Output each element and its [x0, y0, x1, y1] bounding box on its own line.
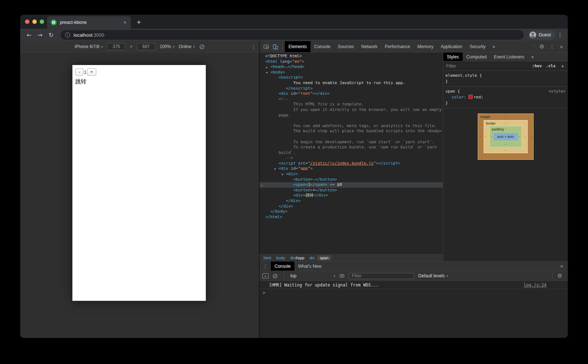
tree-row[interactable]: ▾<div> [259, 172, 443, 177]
node-options-icon[interactable]: … [261, 182, 263, 188]
collapse-icon[interactable]: ▾ [274, 166, 276, 172]
back-icon[interactable]: ← [24, 32, 34, 39]
tree-row[interactable] [259, 134, 443, 140]
address-bar[interactable]: i localhost:3000 [61, 30, 524, 40]
site-info-icon[interactable]: i [65, 32, 70, 37]
devtools-tab-memory[interactable]: Memory [414, 41, 437, 52]
device-toggle-icon[interactable] [271, 44, 280, 50]
tree-row[interactable]: </div> [259, 198, 443, 204]
drawer-close-icon[interactable]: × [558, 263, 566, 269]
devtools-tab-elements[interactable]: Elements [285, 41, 311, 52]
tree-row[interactable]: ▾<div id="app"> [259, 166, 443, 172]
span-style-rule[interactable]: span {<style> color:red; } [443, 87, 568, 108]
expand-icon[interactable]: ▸ [266, 65, 268, 70]
tree-row[interactable]: <div id="root"></div> [259, 91, 443, 97]
pseudo-state-toggle[interactable]: :hov [532, 64, 542, 68]
reload-icon[interactable]: ↻ [46, 32, 56, 39]
device-height-input[interactable]: 667 [137, 43, 155, 50]
tree-row[interactable]: The build step will place the bundled sc… [259, 129, 443, 134]
profile-button[interactable]: Guest [528, 30, 555, 40]
forward-icon[interactable]: → [35, 32, 45, 39]
styles-more-tabs-button[interactable]: » [528, 54, 537, 60]
breadcrumb-item[interactable]: span [317, 255, 331, 260]
tree-row[interactable]: ▾<body> [259, 70, 443, 75]
tree-row[interactable]: ▸<head>…</head> [259, 64, 443, 70]
breadcrumb-item[interactable]: html [261, 255, 274, 260]
collapse-icon[interactable]: ▾ [282, 172, 283, 177]
tab-close-icon[interactable]: × [123, 19, 127, 25]
close-window-button[interactable] [25, 19, 29, 24]
tree-row[interactable]: <div>跳转</div> [259, 193, 443, 198]
rule-source-link[interactable]: <style> [549, 89, 566, 94]
tree-row[interactable]: This HTML file is a template. [259, 102, 443, 107]
tree-row[interactable]: <button>+</button> [259, 188, 443, 193]
devtools-tab-sources[interactable]: Sources [334, 41, 358, 52]
rotate-icon[interactable] [199, 44, 205, 50]
tree-row[interactable]: <button>-</button> [259, 177, 443, 183]
browser-tab[interactable]: M preact-kbone × [47, 16, 131, 29]
new-style-rule-button[interactable]: + [560, 63, 565, 69]
breadcrumb-item[interactable]: div [307, 255, 317, 260]
class-toggle[interactable]: .cls [546, 64, 556, 68]
clear-console-icon[interactable] [273, 274, 277, 278]
log-levels-select[interactable]: Default levels▾ [418, 273, 448, 278]
tree-row[interactable]: To begin the development, run `npm start… [259, 140, 443, 145]
tree-row[interactable]: You can add webfonts, meta tags, or anal… [259, 123, 443, 129]
tree-row[interactable]: <!DOCTYPE html> [259, 54, 443, 59]
tree-row[interactable]: <!-- [259, 97, 443, 102]
devtools-tab-performance[interactable]: Performance [381, 41, 414, 52]
throttling-select[interactable]: Online▾ [179, 44, 195, 49]
tree-row[interactable] [259, 118, 443, 123]
tree-row[interactable]: </html> [259, 215, 443, 220]
tree-row[interactable]: <noscript> [259, 75, 443, 80]
devtools-tab-security[interactable]: Security [466, 41, 489, 52]
tree-row[interactable]: </noscript> [259, 86, 443, 91]
breadcrumb-item[interactable]: div#app [288, 255, 307, 260]
new-tab-button[interactable]: + [137, 19, 141, 26]
console-prompt[interactable]: > [259, 289, 568, 296]
device-select[interactable]: iPhone 6/7/8▾ [75, 44, 103, 49]
maximize-window-button[interactable] [40, 19, 44, 24]
console-sidebar-toggle-icon[interactable]: ▸ [262, 273, 269, 278]
element-style-rule[interactable]: element.style { } [443, 71, 568, 87]
console-settings-gear-icon[interactable]: ⚙ [555, 273, 565, 279]
breadcrumb-item[interactable]: body [274, 255, 288, 260]
tree-row[interactable]: <html lang="en"> [259, 59, 443, 65]
console-filter-input[interactable]: Filter [349, 273, 414, 279]
minus-button[interactable]: - [75, 68, 83, 76]
devtools-menu-icon[interactable]: ⋮ [547, 44, 557, 50]
console-context-select[interactable]: top▾ [290, 273, 335, 278]
more-tabs-button[interactable]: » [489, 44, 498, 49]
styles-tab-event-listeners[interactable]: Event Listeners [490, 53, 528, 61]
inspect-element-icon[interactable] [262, 44, 271, 50]
device-toolbar-menu-icon[interactable]: ⋮ [251, 44, 256, 50]
devtools-tab-network[interactable]: Network [358, 41, 381, 52]
live-expression-eye-icon[interactable] [339, 274, 345, 278]
tree-row[interactable]: You need to enable JavaScript to run thi… [259, 80, 443, 86]
styles-filter-input[interactable]: Filter [446, 64, 528, 69]
tree-row[interactable]: </body> [259, 209, 443, 215]
jump-link[interactable]: 跳转 [75, 78, 203, 85]
device-width-input[interactable]: 375 [107, 43, 125, 50]
console-log-source-link[interactable]: log.js:24 [524, 282, 546, 288]
styles-tab-styles[interactable]: Styles [443, 53, 463, 61]
collapse-icon[interactable]: ▾ [266, 70, 268, 76]
console-tab-what-s-new[interactable]: What's New [294, 262, 325, 271]
devtools-tab-application[interactable]: Application [437, 41, 466, 52]
styles-tab-computed[interactable]: Computed [463, 53, 490, 61]
browser-menu-icon[interactable]: ⋮ [556, 32, 564, 38]
tree-row[interactable]: To create a production bundle, use `npm … [259, 145, 443, 150]
color-swatch[interactable] [469, 95, 473, 99]
tree-row[interactable]: …<span>1</span> == $0 [259, 182, 443, 188]
tree-row[interactable]: If you open it directly in the browser, … [259, 107, 443, 113]
tree-row[interactable]: </div> [259, 204, 443, 209]
minimize-window-button[interactable] [32, 19, 37, 24]
drawer-menu-icon[interactable]: ⋮ [259, 263, 271, 269]
zoom-select[interactable]: 100%▾ [160, 44, 175, 49]
tree-row[interactable]: <script src="/static/js/index.bundle.js"… [259, 161, 443, 166]
plus-button[interactable]: + [87, 68, 97, 76]
tree-row[interactable]: --> [259, 155, 443, 161]
devtools-tab-console[interactable]: Console [311, 41, 334, 52]
devtools-close-icon[interactable]: × [557, 44, 566, 50]
tree-row[interactable]: build`. [259, 150, 443, 156]
